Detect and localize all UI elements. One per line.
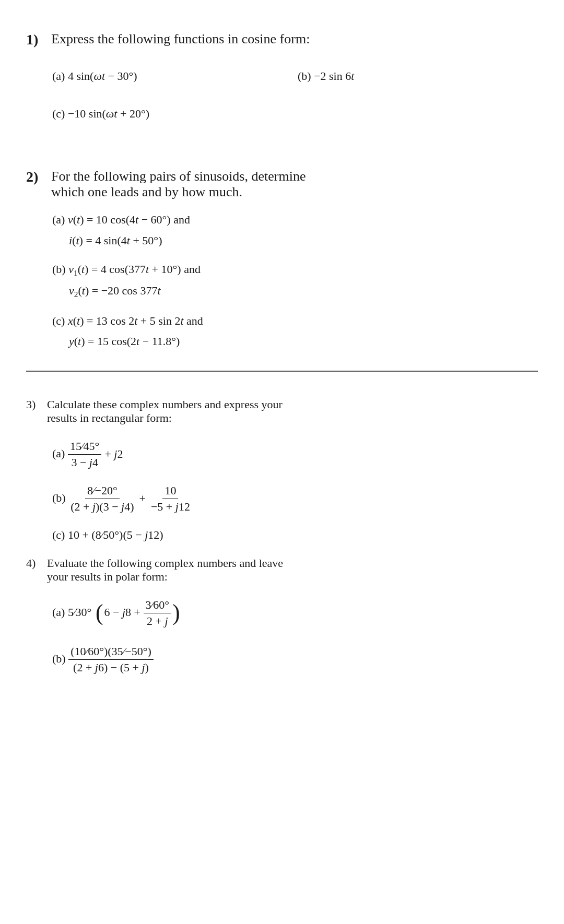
problem-4a: (a) 5∕30° ( 6 − j8 + 3∕60° 2 + j )	[52, 598, 538, 628]
frac-3a-num: 15∕45°	[68, 440, 101, 455]
frac-3b-left-num: 8∕−20°	[85, 484, 120, 499]
section-4-title: Evaluate the following complex numbers a…	[47, 556, 283, 584]
expr-3b: 8∕−20° (2 + j)(3 − j4) + 10 −5 + j12	[68, 484, 192, 514]
frac-4a-num: 3∕60°	[144, 598, 171, 613]
frac-3b-right: 10 −5 + j12	[149, 484, 192, 514]
label-1b: (b) −2 sin 6t	[298, 69, 354, 82]
section-2-title: For the following pairs of sinusoids, de…	[51, 169, 306, 200]
problem-1a: (a) 4 sin(ωt − 30°)	[52, 66, 292, 87]
section-3-header: 3) Calculate these complex numbers and e…	[26, 398, 538, 425]
section-2: 2) For the following pairs of sinusoids,…	[26, 158, 538, 372]
expr-4a: ( 6 − j8 + 3∕60° 2 + j )	[95, 598, 181, 628]
frac-3b-right-num: 10	[162, 484, 178, 499]
problem-1b: (b) −2 sin 6t	[298, 66, 538, 87]
section-1-content: (a) 4 sin(ωt − 30°) (b) −2 sin 6t (c) −1…	[52, 57, 538, 124]
section-2-content: (a) v(t) = 10 cos(4t − 60°) and i(t) = 4…	[52, 209, 538, 352]
problem-2a: (a) v(t) = 10 cos(4t − 60°) and i(t) = 4…	[52, 209, 538, 251]
section-1-header: 1) Express the following functions in co…	[26, 31, 538, 48]
frac-3b-left: 8∕−20° (2 + j)(3 − j4)	[68, 484, 136, 514]
problem-1c: (c) −10 sin(ωt + 20°)	[52, 103, 538, 124]
frac-3b-left-den: (2 + j)(3 − j4)	[68, 499, 136, 514]
expr-3a-rest: + j2	[104, 447, 123, 461]
problem-3a: (a) 15∕45° 3 − j4 + j2	[52, 440, 538, 469]
section-3: 3) Calculate these complex numbers and e…	[26, 387, 538, 700]
frac-4b: (10∕60°)(35∕−50°) (2 + j6) − (5 + j)	[68, 645, 154, 674]
problem-4b: (b) (10∕60°)(35∕−50°) (2 + j6) − (5 + j)	[52, 645, 538, 674]
problem-2c: (c) x(t) = 13 cos 2t + 5 sin 2t and y(t)…	[52, 311, 538, 352]
section-1-number: 1)	[26, 31, 45, 48]
frac-4b-num: (10∕60°)(35∕−50°)	[68, 645, 154, 660]
frac-3b-right-den: −5 + j12	[149, 499, 192, 514]
label-4b: (b)	[52, 651, 68, 665]
label-3c: (c) 10 + (8∕50°)(5 − j12)	[52, 528, 163, 541]
section-4-header: 4) Evaluate the following complex number…	[26, 556, 538, 584]
inner-4a: 6 − j8 + 3∕60° 2 + j	[104, 598, 171, 628]
section-3-title: Calculate these complex numbers and expr…	[47, 398, 283, 425]
section-2-number: 2)	[26, 169, 45, 185]
section-2-header: 2) For the following pairs of sinusoids,…	[26, 169, 538, 200]
paren-open-4a: (	[96, 601, 103, 624]
problem-3c: (c) 10 + (8∕50°)(5 − j12)	[52, 528, 538, 542]
section-1-title: Express the following functions in cosin…	[51, 31, 310, 47]
section-1-ab-row: (a) 4 sin(ωt − 30°) (b) −2 sin 6t	[52, 57, 538, 95]
section-1: 1) Express the following functions in co…	[26, 21, 538, 143]
frac-3a: 15∕45° 3 − j4	[68, 440, 101, 469]
label-3b: (b)	[52, 491, 68, 504]
problem-2b: (b) v1(t) = 4 cos(377t + 10°) and v2(t) …	[52, 259, 538, 302]
frac-4b-den: (2 + j6) − (5 + j)	[71, 660, 151, 674]
expr-4b: (10∕60°)(35∕−50°) (2 + j6) − (5 + j)	[68, 645, 154, 674]
page: 1) Express the following functions in co…	[26, 21, 538, 700]
plus-sign-3b: +	[139, 492, 146, 505]
label-3a: (a)	[52, 446, 68, 459]
frac-3a-den: 3 − j4	[69, 455, 100, 469]
problem-3b: (b) 8∕−20° (2 + j)(3 − j4) + 10 −5 + j12	[52, 484, 538, 514]
expr-3a: 15∕45° 3 − j4 + j2	[68, 440, 123, 469]
section-3-number: 3)	[26, 398, 40, 411]
frac-4a-den: 2 + j	[145, 613, 170, 628]
section-4-number: 4)	[26, 556, 40, 570]
paren-close-4a: )	[172, 601, 180, 624]
label-1a: (a) 4 sin(ωt − 30°)	[52, 69, 137, 82]
frac-4a: 3∕60° 2 + j	[144, 598, 171, 628]
label-4a: (a) 5∕30°	[52, 605, 91, 618]
